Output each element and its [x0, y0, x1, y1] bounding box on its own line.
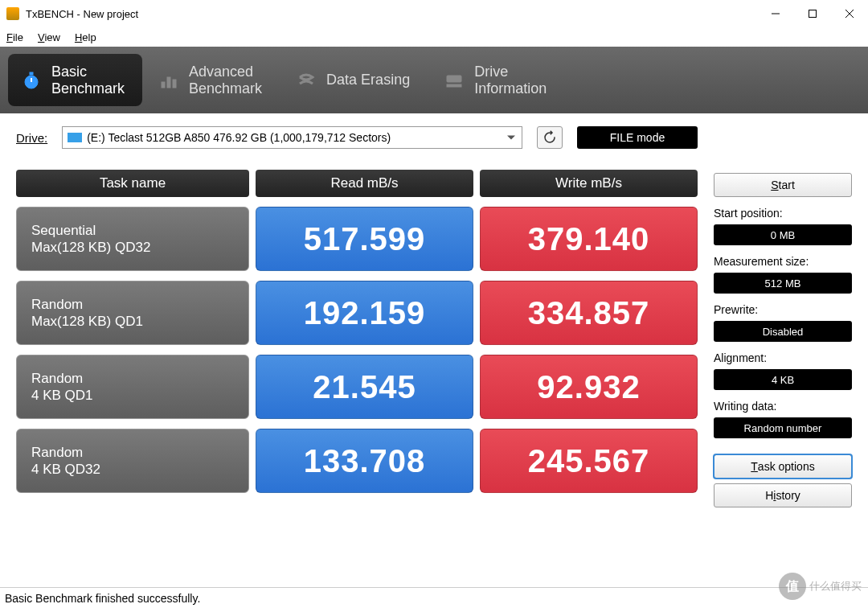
tab-advanced-benchmark[interactable]: AdvancedBenchmark [145, 54, 280, 106]
write-value: 334.857 [480, 281, 698, 345]
tab-drive-information[interactable]: DriveInformation [431, 54, 564, 106]
read-value: 133.708 [256, 429, 473, 493]
write-value: 379.140 [480, 207, 698, 271]
start-position-label: Start position: [714, 207, 852, 220]
tab-data-erasing[interactable]: Data Erasing [283, 54, 428, 106]
prewrite-value[interactable]: Disabled [714, 321, 852, 342]
table-row: Random 4 KB QD32 133.708 245.567 [16, 429, 698, 493]
refresh-button[interactable] [537, 126, 563, 149]
task-cell[interactable]: Random 4 KB QD32 [16, 429, 249, 493]
window-title: TxBENCH - New project [26, 8, 138, 20]
prewrite-label: Prewrite: [714, 303, 852, 316]
svg-rect-5 [167, 77, 170, 88]
measurement-size-label: Measurement size: [714, 255, 852, 268]
svg-rect-6 [173, 80, 176, 88]
table-row: Random 4 KB QD1 21.545 92.932 [16, 355, 698, 419]
alignment-value[interactable]: 4 KB [714, 369, 852, 390]
close-button[interactable] [831, 2, 868, 26]
writing-data-label: Writing data: [714, 400, 852, 413]
drive-row: Drive: (E:) Teclast 512GB A850 476.92 GB… [16, 126, 698, 149]
svg-rect-8 [447, 84, 461, 87]
menu-bar: File View Help [0, 27, 868, 47]
svg-rect-4 [162, 82, 165, 88]
task-options-button[interactable]: Task options [714, 454, 852, 479]
svg-rect-0 [809, 10, 817, 18]
tab-label: BasicBenchmark [51, 64, 125, 97]
status-text: Basic Benchmark finished successfully. [5, 592, 200, 605]
drive-icon [444, 70, 465, 91]
drive-selected-text: (E:) Teclast 512GB A850 476.92 GB (1,000… [87, 131, 391, 144]
minimize-button[interactable] [757, 2, 794, 26]
menu-help[interactable]: Help [75, 31, 96, 43]
menu-file[interactable]: File [6, 31, 23, 43]
drive-label: Drive: [16, 131, 47, 145]
start-position-value[interactable]: 0 MB [714, 224, 852, 245]
app-icon [6, 7, 19, 20]
tab-strip: BasicBenchmark AdvancedBenchmark Data Er… [0, 47, 868, 113]
svg-rect-2 [30, 72, 33, 75]
writing-data-value[interactable]: Random number [714, 417, 852, 438]
header-task: Task name [16, 170, 249, 197]
measurement-size-value[interactable]: 512 MB [714, 273, 852, 294]
main-panel: Drive: (E:) Teclast 512GB A850 476.92 GB… [0, 113, 868, 587]
tab-label: AdvancedBenchmark [189, 64, 262, 97]
header-write: Write mB/s [480, 170, 698, 197]
write-value: 92.932 [480, 355, 698, 419]
read-value: 192.159 [256, 281, 473, 345]
tab-label: DriveInformation [474, 64, 547, 97]
watermark-text: 什么值得买 [809, 579, 862, 594]
table-row: Sequential Max(128 KB) QD32 517.599 379.… [16, 207, 698, 271]
menu-view[interactable]: View [38, 31, 60, 43]
svg-rect-7 [447, 76, 461, 82]
disk-icon [68, 133, 82, 142]
erase-icon [296, 70, 317, 91]
task-cell[interactable]: Sequential Max(128 KB) QD32 [16, 207, 249, 271]
bars-icon [158, 70, 179, 91]
watermark-badge: 值 [779, 573, 806, 600]
file-mode-button[interactable]: FILE mode [577, 126, 698, 149]
task-cell[interactable]: Random Max(128 KB) QD1 [16, 281, 249, 345]
stopwatch-icon [21, 70, 42, 91]
table-row: Random Max(128 KB) QD1 192.159 334.857 [16, 281, 698, 345]
results-table: Task name Read mB/s Write mB/s Sequentia… [16, 170, 698, 503]
tab-basic-benchmark[interactable]: BasicBenchmark [8, 54, 142, 106]
history-button[interactable]: History [714, 483, 852, 507]
drive-select[interactable]: (E:) Teclast 512GB A850 476.92 GB (1,000… [62, 126, 522, 149]
title-bar: TxBENCH - New project [0, 0, 868, 27]
watermark: 值 什么值得买 [779, 573, 862, 600]
read-value: 21.545 [256, 355, 473, 419]
maximize-button[interactable] [794, 2, 831, 26]
tab-label: Data Erasing [326, 72, 410, 88]
status-bar: Basic Benchmark finished successfully. [0, 587, 868, 608]
write-value: 245.567 [480, 429, 698, 493]
alignment-label: Alignment: [714, 351, 852, 364]
side-panel: Start Start position: 0 MB Measurement s… [714, 126, 852, 587]
header-read: Read mB/s [256, 170, 473, 197]
task-cell[interactable]: Random 4 KB QD1 [16, 355, 249, 419]
read-value: 517.599 [256, 207, 473, 271]
start-button[interactable]: Start [714, 173, 852, 197]
